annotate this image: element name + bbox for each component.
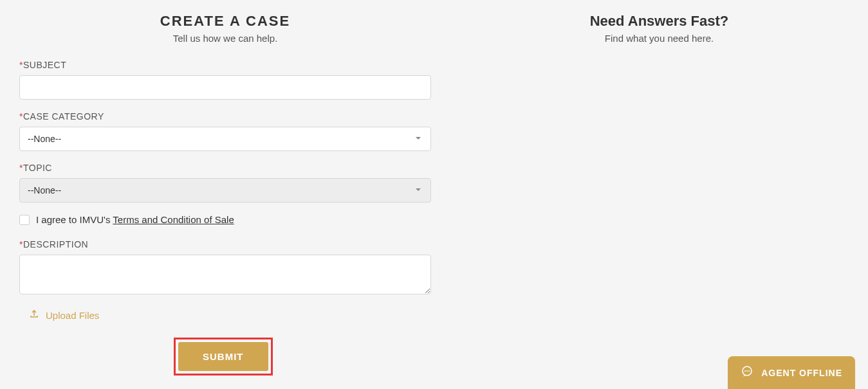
category-group: *CASE CATEGORY --None-- [19, 111, 431, 151]
terms-text: I agree to IMVU's Terms and Condition of… [36, 214, 234, 225]
terms-checkbox[interactable] [19, 215, 30, 225]
topic-group: *TOPIC --None-- [19, 163, 431, 203]
svg-point-1 [744, 370, 746, 372]
topic-label-text: TOPIC [23, 163, 52, 173]
svg-point-3 [748, 370, 750, 372]
page-title: CREATE A CASE [19, 13, 431, 30]
terms-link[interactable]: Terms and Condition of Sale [113, 214, 234, 225]
category-label: *CASE CATEGORY [19, 111, 431, 122]
live-chat-widget[interactable]: AGENT OFFLINE [728, 356, 855, 389]
submit-button[interactable]: SUBMIT [178, 342, 268, 371]
upload-label: Upload Files [46, 310, 99, 321]
description-group: *DESCRIPTION [19, 239, 431, 297]
svg-point-2 [746, 370, 748, 372]
answers-sub: Find what you need here. [470, 33, 849, 44]
description-textarea[interactable] [19, 255, 431, 294]
submit-highlight: SUBMIT [174, 338, 273, 375]
topic-select[interactable]: --None-- [19, 178, 431, 203]
upload-icon [29, 309, 39, 321]
terms-checkbox-row: I agree to IMVU's Terms and Condition of… [19, 214, 431, 225]
answers-panel: Need Answers Fast? Find what you need he… [450, 13, 868, 375]
create-case-form: CREATE A CASE Tell us how we can help. *… [0, 13, 450, 375]
topic-label: *TOPIC [19, 163, 431, 173]
category-select[interactable]: --None-- [19, 127, 431, 151]
chat-label: AGENT OFFLINE [761, 368, 842, 378]
agree-prefix: I agree to IMVU's [36, 214, 113, 225]
category-select-wrapper: --None-- [19, 127, 431, 151]
subject-group: *SUBJECT [19, 60, 431, 100]
answers-heading: Need Answers Fast? [470, 13, 849, 30]
chat-icon [741, 365, 753, 380]
upload-files-button[interactable]: Upload Files [19, 309, 431, 321]
description-label-text: DESCRIPTION [23, 239, 88, 249]
page-subtitle: Tell us how we can help. [19, 33, 431, 44]
subject-label: *SUBJECT [19, 60, 431, 70]
description-label: *DESCRIPTION [19, 239, 431, 249]
category-label-text: CASE CATEGORY [23, 111, 104, 122]
subject-label-text: SUBJECT [23, 60, 66, 70]
subject-input[interactable] [19, 75, 431, 100]
topic-select-wrapper: --None-- [19, 178, 431, 203]
